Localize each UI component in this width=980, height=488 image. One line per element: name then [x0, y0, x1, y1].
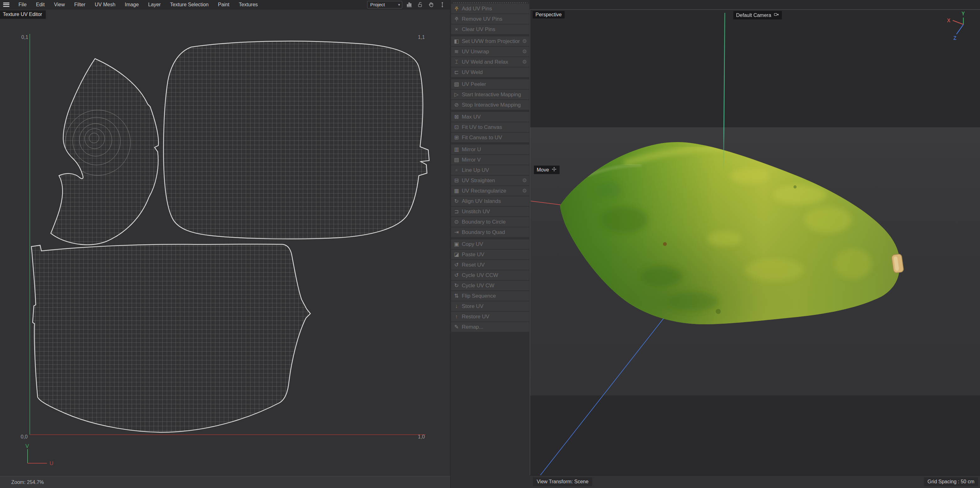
height-zoom-icon[interactable] — [438, 1, 446, 9]
texture-uv-editor-panel[interactable]: Texture UV Editor — [0, 10, 450, 476]
uv-command-stop-interactive-mapping[interactable]: ⊘Stop Interactive Mapping — [451, 100, 529, 110]
uv-command-label: Flip Sequence — [462, 293, 529, 299]
uv-command-store-uv[interactable]: ↓Store UV — [451, 301, 529, 311]
view-transform-status: View Transform: Scene — [533, 477, 592, 486]
menu-texture-selection[interactable]: Texture Selection — [165, 0, 213, 10]
boundary-circle-icon: ⊙ — [451, 219, 462, 225]
uv-command-boundary-to-quad[interactable]: ⇥Boundary to Quad — [451, 227, 529, 237]
uv-island-top[interactable] — [164, 41, 429, 239]
gear-icon[interactable]: ⚙ — [520, 48, 529, 55]
uv-command-reset-uv[interactable]: ↺Reset UV — [451, 260, 529, 270]
viewport-view-label[interactable]: Perspective — [533, 11, 565, 19]
histogram-icon[interactable] — [406, 1, 414, 9]
uv-command-clear-uv-pins[interactable]: ×Clear UV Pins — [451, 24, 529, 34]
gear-icon[interactable]: ⚙ — [520, 177, 529, 184]
menu-uv-mesh[interactable]: UV Mesh — [90, 0, 120, 10]
uv-command-uv-weld[interactable]: ⊏UV Weld — [451, 67, 529, 77]
uv-command-label: UV Unwrap — [462, 49, 520, 55]
mirror-v-icon: ▤ — [451, 157, 462, 163]
uv-command-boundary-to-circle[interactable]: ⊙Boundary to Circle — [451, 217, 529, 227]
uv-command-add-uv-pins[interactable]: Add UV Pins — [451, 4, 529, 13]
unlock-icon[interactable] — [416, 1, 425, 9]
papaya-model[interactable] — [530, 135, 906, 333]
uv-command-restore-uv[interactable]: ↑Restore UV — [451, 312, 529, 322]
uv-canvas[interactable]: V U — [0, 10, 450, 476]
uv-corner-label-11: 1,1 — [418, 35, 425, 40]
viewport-camera-label[interactable]: Default Camera — [733, 11, 782, 19]
move-icon — [552, 166, 557, 173]
perspective-viewport[interactable]: Y X Z Perspective Default Camera Move — [530, 10, 980, 475]
menu-textures[interactable]: Textures — [234, 0, 262, 10]
uv-command-copy-uv[interactable]: ▣Copy UV — [451, 239, 529, 249]
fit-uv-icon: ⊡ — [451, 124, 462, 130]
uv-command-cycle-uv-ccw[interactable]: ↺Cycle UV CCW — [451, 270, 529, 280]
projection-icon: ◧ — [451, 38, 462, 44]
iron-icon: ⌶ — [451, 59, 462, 65]
play-icon: ▷ — [451, 92, 462, 97]
uv-command-set-uvw-from-projection[interactable]: ◧Set UVW from Projection⚙ — [451, 37, 529, 46]
gizmo-z-label: Z — [953, 35, 956, 41]
pan-hand-icon[interactable] — [427, 1, 436, 9]
pin-icon — [451, 6, 462, 11]
gear-icon[interactable]: ⚙ — [520, 188, 529, 194]
max-icon: ⊠ — [451, 114, 462, 120]
uv-command-section: ◧Set UVW from Projection⚙≋UV Unwrap⚙⌶UV … — [451, 37, 529, 77]
uv-command-label: Mirror U — [462, 147, 529, 153]
uv-command-label: Clear UV Pins — [462, 26, 529, 33]
gear-icon[interactable]: ⚙ — [520, 59, 529, 65]
uv-command-max-uv[interactable]: ⊠Max UV — [451, 112, 529, 122]
menu-paint[interactable]: Paint — [213, 0, 234, 10]
uv-command-label: Max UV — [462, 114, 529, 120]
axis-gizmo: Y X Z — [947, 11, 965, 41]
uv-command-remove-uv-pins[interactable]: Remove UV Pins — [451, 14, 529, 24]
uv-command-line-up-uv[interactable]: ▫Line Up UV — [451, 165, 529, 175]
uv-island-bottom[interactable] — [31, 244, 310, 432]
menu-edit[interactable]: Edit — [31, 0, 49, 10]
uv-editor-toolbar-icons — [406, 1, 446, 9]
project-dropdown-value: Project — [370, 2, 385, 7]
restore-icon: ↑ — [451, 314, 462, 319]
uv-command-section: ⊠Max UV⊡Fit UV to Canvas⊞Fit Canvas to U… — [451, 112, 529, 142]
fit-canvas-icon: ⊞ — [451, 135, 462, 140]
gear-icon[interactable]: ⚙ — [520, 38, 529, 45]
uv-command-uv-weld-and-relax[interactable]: ⌶UV Weld and Relax⚙ — [451, 57, 529, 67]
uv-command-mirror-v[interactable]: ▤Mirror V — [451, 155, 529, 165]
uv-command-start-interactive-mapping[interactable]: ▷Start Interactive Mapping — [451, 90, 529, 99]
menu-view[interactable]: View — [49, 0, 69, 10]
stop-icon: ⊘ — [451, 102, 462, 108]
uv-command-section: ▣Copy UV◪Paste UV↺Reset UV↺Cycle UV CCW↻… — [451, 239, 529, 332]
flip-icon: ⇅ — [451, 293, 462, 298]
uv-corner-label-10: 1,0 — [418, 434, 425, 440]
papaya-stem — [891, 254, 904, 273]
uv-command-label: Restore UV — [462, 314, 529, 320]
uv-command-uv-rectangularize[interactable]: ▦UV Rectangularize⚙ — [451, 186, 529, 196]
uv-command-uv-peeler[interactable]: ▧UV Peeler — [451, 79, 529, 89]
uv-command-flip-sequence[interactable]: ⇅Flip Sequence — [451, 291, 529, 301]
uv-command-list: Add UV PinsRemove UV Pins×Clear UV Pins◧… — [450, 4, 530, 332]
uv-command-label: Unstitch UV — [462, 209, 529, 215]
unwrap-icon: ≋ — [451, 49, 462, 54]
uv-command-remap[interactable]: ✎Remap... — [451, 322, 529, 332]
menu-layer[interactable]: Layer — [143, 0, 165, 10]
move-tool-label[interactable]: Move — [534, 166, 560, 174]
uv-command-uv-straighten[interactable]: ⊟UV Straighten⚙ — [451, 175, 529, 185]
project-dropdown[interactable]: Project ▾ — [367, 1, 402, 8]
menu-icon[interactable] — [3, 3, 10, 7]
panel-drag-handle[interactable] — [453, 1, 527, 3]
uv-command-fit-uv-to-canvas[interactable]: ⊡Fit UV to Canvas — [451, 122, 529, 132]
uv-command-paste-uv[interactable]: ◪Paste UV — [451, 250, 529, 259]
uv-island-swirl[interactable] — [51, 59, 158, 245]
uv-command-fit-canvas-to-uv[interactable]: ⊞Fit Canvas to UV — [451, 133, 529, 142]
uv-command-label: Copy UV — [462, 241, 529, 247]
camera-icon — [774, 12, 779, 19]
uv-command-align-uv-islands[interactable]: ↻Align UV Islands — [451, 196, 529, 206]
uv-command-label: Paste UV — [462, 252, 529, 258]
uv-command-section: Add UV PinsRemove UV Pins×Clear UV Pins — [451, 4, 529, 34]
uv-command-cycle-uv-cw[interactable]: ↻Cycle UV CW — [451, 281, 529, 290]
uv-command-mirror-u[interactable]: ▥Mirror U — [451, 145, 529, 154]
menu-image[interactable]: Image — [120, 0, 143, 10]
uv-command-uv-unwrap[interactable]: ≋UV Unwrap⚙ — [451, 47, 529, 56]
menu-file[interactable]: File — [14, 0, 31, 10]
uv-command-unstitch-uv[interactable]: ⊐Unstitch UV — [451, 207, 529, 216]
menu-filter[interactable]: Filter — [70, 0, 90, 10]
